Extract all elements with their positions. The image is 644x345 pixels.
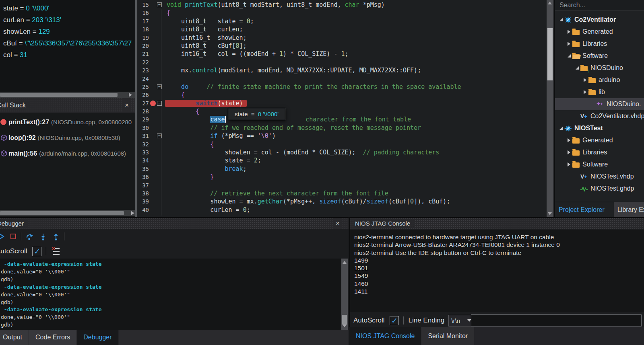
- breakpoint-gutter[interactable]: [149, 58, 157, 66]
- close-icon[interactable]: ×: [122, 98, 131, 113]
- tab-output[interactable]: Output: [0, 330, 29, 345]
- fold-collapse-icon[interactable]: −: [157, 84, 162, 89]
- tab-nios-jtag-console[interactable]: NIOS JTAG Console: [349, 327, 421, 345]
- watch-item[interactable]: showLen = 129: [0, 26, 135, 37]
- code-line[interactable]: 21 int16_t col = ((modEnd + 1) * COL_SIZ…: [137, 50, 546, 58]
- breakpoint-gutter[interactable]: [149, 17, 157, 25]
- breakpoint-gutter[interactable]: [149, 42, 157, 50]
- tab-project-explorer[interactable]: Project Explorer: [555, 202, 608, 217]
- breakpoint-gutter[interactable]: [149, 50, 157, 58]
- watch-item[interactable]: cBuf = \"\255\336\357\276\255\336\357\27: [0, 37, 135, 49]
- code-lines[interactable]: 15−void printText(uint8_t modStart, uint…: [137, 1, 546, 214]
- code-line[interactable]: 34 state = 2;: [137, 156, 546, 164]
- code-line[interactable]: 36 }: [137, 173, 546, 181]
- breakpoint-gutter[interactable]: [149, 99, 157, 107]
- code-line[interactable]: 19 uint16_t showLen;: [137, 34, 546, 42]
- code-line[interactable]: 18 uint8_t curLen;: [137, 25, 546, 33]
- breakpoint-gutter[interactable]: [149, 75, 157, 83]
- caret-expanded-icon[interactable]: [557, 18, 564, 21]
- caret-collapsed-icon[interactable]: [566, 30, 572, 34]
- tree-item-niosduino[interactable]: ↓NIOSDuino: [555, 62, 644, 74]
- tree-item-niostest[interactable]: NIOSTest: [555, 122, 644, 134]
- caret-expanded-icon[interactable]: [566, 54, 572, 58]
- caret-collapsed-icon[interactable]: [582, 90, 588, 94]
- tab-code-errors[interactable]: Code Errors: [29, 330, 77, 345]
- caret-expanded-icon[interactable]: [574, 66, 580, 70]
- breakpoint-gutter[interactable]: [149, 206, 157, 214]
- code-line[interactable]: 29 case character from the font table: [137, 115, 546, 123]
- breakpoint-gutter[interactable]: [149, 140, 157, 148]
- tree-item-lib[interactable]: lib: [555, 86, 644, 98]
- scrollbar-thumb[interactable]: [547, 28, 553, 80]
- watch-item[interactable]: col = 31: [0, 49, 135, 61]
- breakpoint-gutter[interactable]: [149, 91, 157, 99]
- caret-collapsed-icon[interactable]: [566, 138, 572, 142]
- breakpoint-gutter[interactable]: [149, 197, 157, 205]
- code-line[interactable]: 28 {: [137, 107, 546, 115]
- breakpoint-gutter[interactable]: [149, 34, 157, 42]
- breakpoint-icon[interactable]: [150, 101, 156, 106]
- tab-library-explorer[interactable]: Library Explorer: [614, 202, 644, 217]
- breakpoint-gutter[interactable]: [149, 25, 157, 33]
- caret-collapsed-icon[interactable]: [582, 78, 588, 82]
- code-line[interactable]: 25− do // finite state machine to print …: [137, 83, 546, 91]
- breakpoint-gutter[interactable]: [149, 115, 157, 123]
- editor-vscrollbar[interactable]: [547, 0, 553, 217]
- code-line[interactable]: 40 curLen = 0;: [137, 206, 546, 214]
- caret-collapsed-icon[interactable]: [566, 162, 572, 166]
- breakpoint-gutter[interactable]: [149, 173, 157, 181]
- scroll-down-icon[interactable]: [548, 212, 552, 215]
- tree-item-generated[interactable]: Generated: [555, 134, 644, 146]
- tree-item-arduino[interactable]: arduino: [555, 74, 644, 86]
- debug-vscrollbar[interactable]: [341, 259, 348, 330]
- fold-collapse-icon[interactable]: −: [157, 2, 162, 7]
- watch-item[interactable]: state = 0 '\\000': [0, 2, 135, 14]
- code-line[interactable]: 35 break;: [137, 165, 546, 173]
- step-over-button[interactable]: [26, 233, 34, 240]
- tab-serial-monitor[interactable]: Serial Monitor: [421, 327, 475, 345]
- code-line[interactable]: 37: [137, 181, 546, 189]
- tree-item-generated[interactable]: Generated: [555, 26, 644, 38]
- scrollbar-thumb[interactable]: [0, 211, 124, 215]
- continue-button[interactable]: [0, 233, 5, 240]
- tree-item-software[interactable]: Software: [555, 158, 644, 170]
- stop-button[interactable]: [10, 233, 17, 240]
- code-line[interactable]: 22: [137, 58, 546, 66]
- fold-collapse-icon[interactable]: −: [157, 133, 162, 138]
- code-editor[interactable]: 15−void printText(uint8_t modStart, uint…: [135, 0, 554, 217]
- tree-item-niostest-ghdp[interactable]: NIOSTest.ghdp: [555, 183, 644, 195]
- tree-item-niostest-vhdp[interactable]: V+NIOSTest.vhdp: [555, 170, 644, 183]
- breakpoint-gutter[interactable]: [149, 124, 157, 132]
- code-line[interactable]: 23 mx.control(modStart, modEnd, MD_MAX72…: [137, 66, 546, 74]
- stack-frame[interactable]: loop():92(NIOSDuino.cpp, 0x00800530): [0, 130, 135, 146]
- autoscroll-checkbox[interactable]: ✓: [32, 247, 41, 256]
- tree-item-software[interactable]: Software: [555, 50, 644, 62]
- tab-debugger[interactable]: Debugger: [77, 330, 118, 345]
- caret-collapsed-icon[interactable]: [566, 150, 572, 154]
- code-line[interactable]: 39 showLen = mx.getChar(*pMsg++, sizeof(…: [137, 197, 546, 205]
- tree-item-co2ventilator-vhdp[interactable]: V+Co2Ventilator.vhdp: [555, 110, 644, 122]
- gdb-output[interactable]: -data-evaluate-expression statedone,valu…: [0, 259, 341, 330]
- breakpoint-gutter[interactable]: [149, 107, 157, 115]
- code-line[interactable]: 32 {: [137, 140, 546, 148]
- code-line[interactable]: 20 uint8_t cBuf[8];: [137, 42, 546, 50]
- code-line[interactable]: 16{: [137, 9, 546, 17]
- jtag-output[interactable]: nios2-terminal connected to hardware tar…: [350, 230, 644, 312]
- scroll-right-icon[interactable]: [131, 211, 134, 215]
- search-input[interactable]: [555, 0, 644, 10]
- code-line[interactable]: 30 // if we reached end of message, rese…: [137, 124, 546, 132]
- tree-item-co2ventilator[interactable]: Co2Ventilator: [555, 14, 644, 26]
- stack-frame[interactable]: main():56(arduino/main.cpp, 0x00801608): [0, 146, 135, 161]
- code-line[interactable]: 27− switch(state): [137, 99, 546, 107]
- code-line[interactable]: 24: [137, 75, 546, 83]
- tree-item-libraries[interactable]: Libraries: [555, 146, 644, 158]
- code-line[interactable]: 33 showLen = col - (modEnd * COL_SIZE); …: [137, 148, 546, 156]
- tree-item-niosduino-[interactable]: NIOSDuino.: [555, 98, 644, 110]
- serial-send-input[interactable]: [471, 314, 642, 327]
- caret-collapsed-icon[interactable]: [566, 42, 572, 46]
- scroll-up-icon[interactable]: [548, 2, 552, 4]
- clear-log-button[interactable]: ✕: [51, 248, 60, 255]
- breakpoint-gutter[interactable]: [149, 83, 157, 91]
- watch-hscrollbar[interactable]: [0, 92, 135, 98]
- scroll-up-icon[interactable]: [343, 261, 347, 264]
